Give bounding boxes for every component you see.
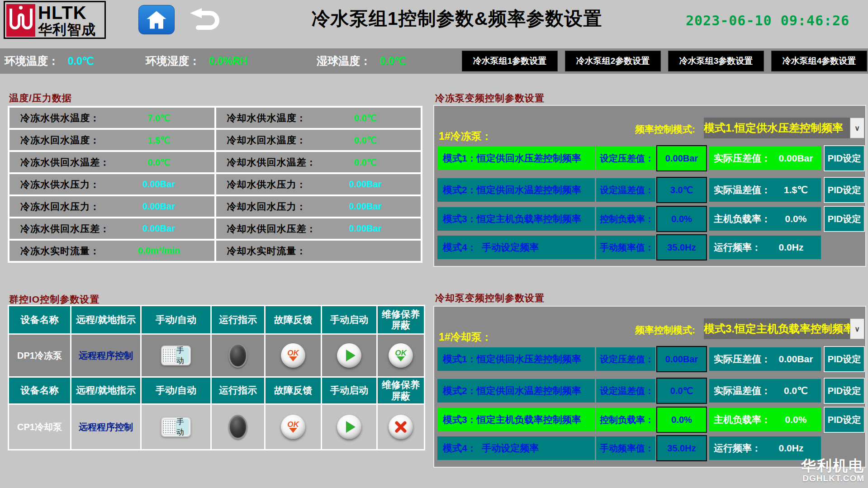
run-indicator-cell: [212, 405, 264, 449]
temp-pressure-title: 温度/压力数据: [9, 92, 72, 104]
maintenance-mask-cell: OK: [378, 335, 424, 376]
maintenance-mask-cell: [378, 405, 424, 449]
actual-value-cell: 实际压差值：0.00Bar: [709, 347, 821, 371]
setpoint-value-input[interactable]: 35.0Hz: [656, 435, 707, 461]
measurement-cell: 冷冻水回水压力：0.00Bar: [9, 196, 214, 217]
manual-auto-toggle[interactable]: 手动: [161, 417, 191, 437]
actual-label: 运行频率：: [714, 241, 761, 254]
home-button[interactable]: [138, 5, 175, 34]
io-column-header: 远程/就地指示: [71, 378, 140, 403]
measurement-value: 0.0m³/min: [116, 246, 202, 256]
io-column-header: 手动启动: [322, 378, 376, 403]
io-column-header: 远程/就地指示: [71, 306, 140, 333]
setpoint-label: 控制负载率：: [596, 207, 655, 231]
actual-value: 0.0Hz: [761, 443, 821, 454]
pump-group-4-settings-button[interactable]: 冷水泵组4参数设置: [771, 51, 867, 71]
pid-settings-button[interactable]: PID设定: [824, 145, 865, 171]
pump-group-2-settings-button[interactable]: 冷水泵组2参数设置: [565, 51, 661, 71]
chevron-down-icon: [289, 356, 297, 361]
setpoint-value-input[interactable]: 3.0℃: [656, 177, 707, 203]
page-title: 冷水泵组1控制参数&频率参数设置: [253, 6, 660, 31]
fault-feedback-icon: OK: [281, 415, 305, 439]
frequency-mode-label: 频率控制模式:: [635, 123, 695, 136]
io-column-header: 设备名称: [9, 378, 70, 403]
fault-feedback-icon: OK: [281, 343, 305, 368]
actual-value: 0.0%: [771, 213, 821, 224]
pid-settings-button[interactable]: PID设定: [824, 206, 865, 232]
mode-option-button[interactable]: 模式1：恒定供回水压差控制频率: [437, 147, 595, 170]
remote-indicator-cell: 远程程序控制: [71, 405, 140, 449]
back-button[interactable]: [187, 7, 223, 33]
maintenance-mask-button[interactable]: OK: [389, 343, 413, 368]
mode-row: 模式1：恒定供回水压差控制频率设定压差值：0.00Bar实际压差值：0.00Ba…: [434, 347, 865, 371]
mode-row: 模式2：恒定供回水温差控制频率设定温差值：3.0℃实际温差值：1.$℃PID设定: [434, 178, 865, 202]
company-logo: HLTK 华利智成: [4, 1, 106, 39]
keypad-icon: [163, 419, 176, 435]
measurement-label: 冷冻水供水压力：: [9, 178, 100, 191]
frequency-mode-value: 模式3.恒定主机负载率控制频率: [704, 318, 850, 339]
toggle-mode-label: 手动: [176, 419, 189, 435]
chiller-pump-panel: 1#冷冻泵：频率控制模式:模式1.恒定供水压差控制频率∨模式1：恒定供回水压差控…: [433, 105, 866, 267]
frequency-mode-select[interactable]: 模式3.恒定主机负载率控制频率∨: [704, 318, 864, 339]
chevron-down-icon[interactable]: ∨: [850, 318, 864, 339]
measurement-label: 冷冻水回水温度：: [9, 134, 100, 147]
measurement-label: 冷冻水供回水压差：: [9, 223, 110, 235]
actual-value: 0.0%: [771, 414, 821, 425]
measurement-cell: 冷冻水回水温度：1.$℃: [9, 130, 214, 150]
actual-label: 主机负载率：: [714, 213, 771, 225]
chevron-down-icon[interactable]: ∨: [850, 118, 864, 138]
measurement-cell: 冷却水回水压力：0.00Bar: [216, 196, 421, 217]
pid-settings-button[interactable]: PID设定: [824, 407, 865, 433]
pump-label: 1#冷冻泵：: [439, 129, 492, 143]
pid-settings-button[interactable]: PID设定: [824, 378, 865, 404]
mode-option-button[interactable]: 模式4： 手动设定频率: [437, 436, 595, 460]
manual-start-button[interactable]: [337, 343, 361, 368]
pump-group-3-settings-button[interactable]: 冷水泵组3参数设置: [668, 51, 764, 71]
back-arrow-icon: [188, 8, 222, 33]
manual-auto-toggle[interactable]: 手动: [161, 346, 191, 365]
io-column-header: 维修保养 屏蔽: [378, 306, 424, 333]
setpoint-value-input[interactable]: 0.0%: [656, 206, 707, 232]
mode-option-button[interactable]: 模式1：恒定供回水压差控制频率: [437, 347, 595, 371]
pid-settings-button[interactable]: PID设定: [824, 346, 865, 372]
mode-option-button[interactable]: 模式4： 手动设定频率: [437, 236, 595, 259]
io-column-header: 手动/自动: [142, 378, 210, 403]
io-column-header: 故障反馈: [266, 306, 321, 333]
measurement-value: 0.0℃: [116, 157, 202, 168]
setpoint-value-input[interactable]: 0.00Bar: [656, 145, 707, 171]
io-column-header: 运行指示: [212, 378, 264, 403]
actual-value: 0.0℃: [771, 385, 821, 396]
device-name-cell: DP1冷冻泵: [9, 335, 70, 376]
actual-value-cell: 主机负载率：0.0%: [709, 207, 821, 231]
setpoint-value-input[interactable]: 35.0Hz: [656, 234, 707, 261]
measurement-label: 冷却水实时流量：: [216, 245, 307, 257]
setpoint-value-input[interactable]: 0.0℃: [656, 378, 707, 404]
measurement-cell: 冷却水供回水温差：0.0℃: [216, 152, 421, 172]
actual-value: 0.00Bar: [771, 354, 821, 365]
remote-mode-text: 远程程序控制: [79, 350, 133, 362]
pump-group-1-settings-button[interactable]: 冷水泵组1参数设置: [462, 51, 558, 71]
brand-site: DGHLKT.COM: [801, 474, 864, 483]
cooling-panel-title: 冷却泵变频控制参数设置: [435, 292, 545, 304]
mode-option-button[interactable]: 模式3：恒定主机负载率控制频率: [437, 207, 595, 231]
mode-option-button[interactable]: 模式3：恒定主机负载率控制频率: [437, 408, 595, 431]
setpoint-value-input[interactable]: 0.00Bar: [656, 346, 707, 372]
maintenance-mask-button[interactable]: [389, 415, 413, 439]
play-icon: [346, 421, 356, 433]
io-column-header: 维修保养 屏蔽: [378, 378, 424, 403]
manual-start-button[interactable]: [337, 415, 361, 439]
env-stat-label: 环境温度：: [5, 54, 59, 68]
measurement-label: 冷却水供回水温差：: [216, 156, 317, 169]
frequency-mode-label: 频率控制模式:: [635, 324, 695, 336]
mode-option-button[interactable]: 模式2：恒定供回水温差控制频率: [437, 379, 595, 403]
measurement-cell: 冷冻水供回水压差：0.00Bar: [9, 218, 214, 239]
setpoint-label: 设定温差值：: [596, 178, 655, 202]
pid-settings-button[interactable]: PID设定: [824, 177, 865, 203]
mode-option-button[interactable]: 模式2：恒定供回水温差控制频率: [437, 178, 595, 202]
frequency-mode-select[interactable]: 模式1.恒定供水压差控制频率∨: [704, 118, 864, 138]
datetime-display: 2023-06-10 09:46:26: [686, 13, 849, 28]
measurement-cell: 冷却水实时流量：: [216, 241, 421, 261]
actual-label: 实际温差值：: [714, 184, 771, 196]
setpoint-value-input[interactable]: 0.0%: [656, 407, 707, 433]
mode-row: 模式4： 手动设定频率手动频率值：35.0Hz运行频率：0.0Hz: [434, 436, 865, 460]
